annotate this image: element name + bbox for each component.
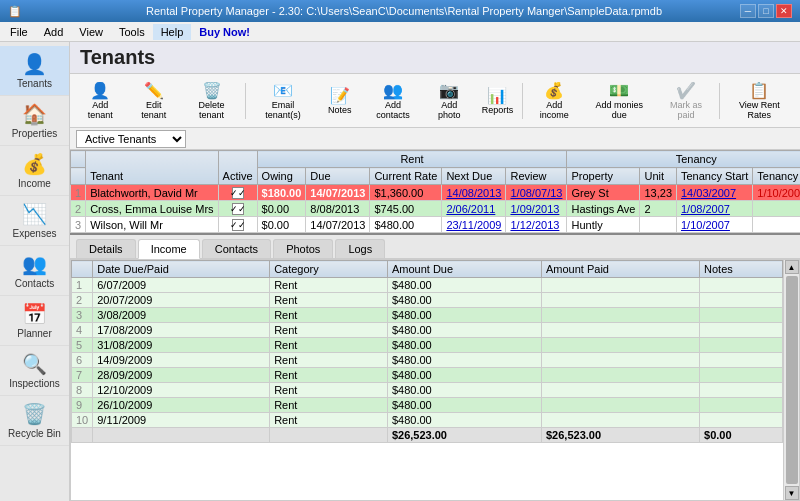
menu-view[interactable]: View [71,24,111,40]
col-property-header[interactable]: Property [567,168,640,185]
titlebar-title: Rental Property Manager - 2.30: C:\Users… [68,5,740,17]
income-totals-row: $26,523.00 $26,523.00 $0.00 [72,428,783,443]
email-tenants-button[interactable]: 📧 Email tenant(s) [249,77,317,124]
menu-buynow[interactable]: Buy Now! [191,24,258,40]
menu-add[interactable]: Add [36,24,72,40]
notes-button[interactable]: 📝 Notes [318,82,362,119]
income-notes [700,338,783,353]
income-row[interactable]: 10 9/11/2009 Rent $480.00 [72,413,783,428]
income-row[interactable]: 4 17/08/2009 Rent $480.00 [72,323,783,338]
income-row[interactable]: 1 6/07/2009 Rent $480.00 [72,278,783,293]
sidebar-item-expenses[interactable]: 📉 Expenses [0,196,69,246]
tab-income[interactable]: Income [138,239,200,259]
sidebar-item-tenants[interactable]: 👤 Tenants [0,46,69,96]
menu-file[interactable]: File [2,24,36,40]
add-contacts-button[interactable]: 👥 Add contacts [363,77,423,124]
scrollbar[interactable]: ▲ ▼ [783,260,799,500]
tenant-current-rate: $1,360.00 [370,185,442,201]
income-table-scroll[interactable]: Date Due/Paid Category Amount Due Amount… [71,260,783,500]
tab-logs[interactable]: Logs [335,239,385,258]
menu-tools[interactable]: Tools [111,24,153,40]
sidebar-label-inspections: Inspections [9,378,60,389]
income-row-num: 2 [72,293,93,308]
income-col-notes[interactable]: Notes [700,261,783,278]
edit-tenant-button[interactable]: ✏️ Edit tenant [128,77,180,124]
tab-photos[interactable]: Photos [273,239,333,258]
col-review-header[interactable]: Review [506,168,567,185]
income-col-category[interactable]: Category [270,261,388,278]
tenant-tenancy-start: 14/03/2007 [677,185,753,201]
tenant-name: Cross, Emma Louise Mrs [86,201,218,217]
income-row[interactable]: 7 28/09/2009 Rent $480.00 [72,368,783,383]
income-category: Rent [270,308,388,323]
minimize-button[interactable]: ─ [740,4,756,18]
tab-contacts[interactable]: Contacts [202,239,271,258]
income-row[interactable]: 9 26/10/2009 Rent $480.00 [72,398,783,413]
income-col-amount-paid[interactable]: Amount Paid [541,261,699,278]
mark-as-paid-button[interactable]: ✔️ Mark as paid [656,77,716,124]
tenant-tenancy-start: 1/10/2007 [677,217,753,233]
col-current-rate-header[interactable]: Current Rate [370,168,442,185]
tenant-row[interactable]: 1 Blatchworth, David Mr ✓ $180.00 14/07/… [71,185,801,201]
delete-tenant-button[interactable]: 🗑️ Delete tenant [181,77,242,124]
row-num: 1 [71,185,86,201]
sidebar-item-income[interactable]: 💰 Income [0,146,69,196]
view-rent-icon: 📋 [749,81,769,100]
tenant-review: 1/12/2013 [506,217,567,233]
col-tenancy-group: Tenancy [567,151,800,168]
col-tenant-header[interactable]: Tenant [86,151,218,185]
income-category: Rent [270,278,388,293]
col-tenancy-start-header[interactable]: Tenancy Start [677,168,753,185]
col-due-header[interactable]: Due [306,168,370,185]
add-monies-icon: 💵 [609,81,629,100]
income-row-num: 4 [72,323,93,338]
income-row[interactable]: 8 12/10/2009 Rent $480.00 [72,383,783,398]
scroll-down-button[interactable]: ▼ [785,486,799,500]
col-unit-header[interactable]: Unit [640,168,677,185]
income-row[interactable]: 2 20/07/2009 Rent $480.00 [72,293,783,308]
sidebar-item-contacts[interactable]: 👥 Contacts [0,246,69,296]
add-tenant-button[interactable]: 👤 Add tenant [74,77,127,124]
income-row-num: 9 [72,398,93,413]
sidebar-item-properties[interactable]: 🏠 Properties [0,96,69,146]
maximize-button[interactable]: □ [758,4,774,18]
tab-details[interactable]: Details [76,239,136,258]
sidebar-label-properties: Properties [12,128,58,139]
scroll-thumb[interactable] [786,276,798,484]
filter-select[interactable]: Active Tenants All Tenants Inactive Tena… [76,130,186,148]
income-amount-paid [541,278,699,293]
scroll-up-button[interactable]: ▲ [785,260,799,274]
reports-button[interactable]: 📊 Reports [475,82,519,119]
income-col-date[interactable]: Date Due/Paid [93,261,270,278]
sidebar: 👤 Tenants 🏠 Properties 💰 Income 📉 Expens… [0,42,70,501]
sidebar-item-recycle[interactable]: 🗑️ Recycle Bin [0,396,69,446]
col-owing-header[interactable]: Owing [257,168,306,185]
income-row[interactable]: 6 14/09/2009 Rent $480.00 [72,353,783,368]
add-photo-button[interactable]: 📷 Add photo [424,77,474,124]
total-notes: $0.00 [700,428,783,443]
col-active-header[interactable]: Active [218,151,257,185]
tenant-row[interactable]: 3 Wilson, Will Mr ✓ $0.00 14/07/2013 $48… [71,217,801,233]
add-income-button[interactable]: 💰 Add income [526,77,582,124]
tenant-next-due: 14/08/2013 [442,185,506,201]
view-rent-rates-button[interactable]: 📋 View Rent Rates [723,77,796,124]
income-notes [700,368,783,383]
tenant-tenancy-end: 1/10/2007 [753,185,800,201]
col-tenancy-end-header[interactable]: Tenancy End [753,168,800,185]
income-category: Rent [270,398,388,413]
add-monies-due-button[interactable]: 💵 Add monies due [583,77,655,124]
sidebar-item-inspections[interactable]: 🔍 Inspections [0,346,69,396]
income-notes [700,398,783,413]
tenant-tenancy-start: 1/08/2007 [677,201,753,217]
income-notes [700,293,783,308]
page-title: Tenants [80,46,155,68]
menu-help[interactable]: Help [153,24,192,40]
sidebar-item-planner[interactable]: 📅 Planner [0,296,69,346]
tenant-row[interactable]: 2 Cross, Emma Louise Mrs ✓ $0.00 8/08/20… [71,201,801,217]
income-col-amount-due[interactable]: Amount Due [387,261,541,278]
col-next-due-header[interactable]: Next Due [442,168,506,185]
tenant-unit: 2 [640,201,677,217]
income-row[interactable]: 3 3/08/2009 Rent $480.00 [72,308,783,323]
income-row[interactable]: 5 31/08/2009 Rent $480.00 [72,338,783,353]
close-button[interactable]: ✕ [776,4,792,18]
